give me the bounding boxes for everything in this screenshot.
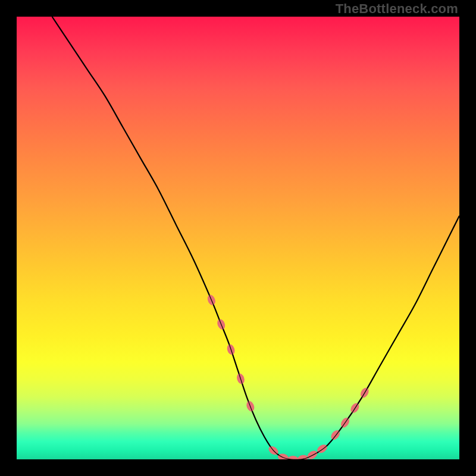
chart-frame [17, 17, 459, 459]
watermark-source: TheBottleneck.com [336, 1, 458, 17]
chart-gradient-background [17, 17, 459, 459]
